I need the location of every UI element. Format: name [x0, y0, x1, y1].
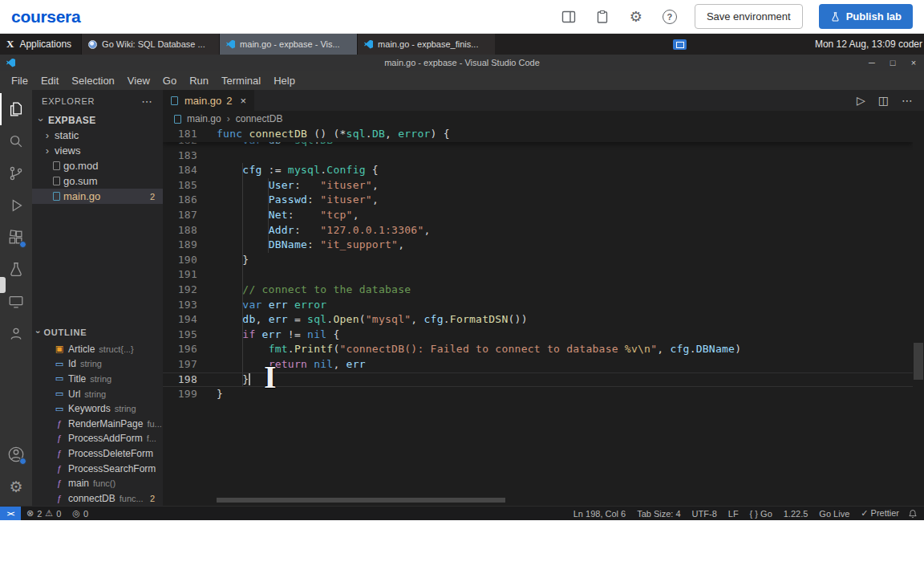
settings-gear-icon[interactable]: ⚙ — [627, 8, 645, 26]
split-editor-icon[interactable]: ◫ — [878, 94, 889, 107]
cursor-position[interactable]: Ln 198, Col 6 — [568, 509, 631, 519]
notifications-bell-icon[interactable] — [905, 509, 924, 519]
code-line-186[interactable]: 186 Passwd: "ituser", — [163, 193, 913, 208]
problems-indicator[interactable]: ⊗ 2 ⚠ 0 — [21, 508, 67, 519]
go-live[interactable]: Go Live — [813, 509, 855, 519]
clipboard-icon[interactable] — [594, 8, 611, 26]
code-line-185[interactable]: 185 User: "ituser", — [163, 178, 913, 193]
breadcrumb[interactable]: main.go › connectDB — [163, 111, 924, 127]
code-line-196[interactable]: 196 fmt.Printf("connectDB(): Failed to c… — [163, 342, 913, 357]
taskbar-tab[interactable]: main.go - expbase - Vis... — [219, 34, 357, 55]
menu-selection[interactable]: Selection — [65, 75, 120, 87]
outline-item-ProcessAddForm[interactable]: ƒProcessAddFormf... — [32, 431, 163, 446]
indentation[interactable]: Tab Size: 4 — [631, 509, 686, 519]
explorer-item-main.go[interactable]: main.go2 — [32, 189, 163, 204]
line-number: 199 — [163, 387, 217, 402]
func-symbol-icon: ƒ — [53, 464, 66, 474]
field-symbol-icon: ▭ — [53, 404, 66, 414]
code-line-189[interactable]: 189 DBName: "it_support", — [163, 238, 913, 253]
code-line-187[interactable]: 187 Net: "tcp", — [163, 208, 913, 223]
menu-go[interactable]: Go — [156, 75, 183, 87]
remote-indicator[interactable]: >< — [0, 507, 21, 520]
help-icon[interactable]: ? — [661, 8, 679, 26]
code-line-195[interactable]: 195 if err != nil { — [163, 328, 913, 343]
code-line-184[interactable]: 184 cfg := mysql.Config { — [163, 163, 913, 178]
explorer-actions-icon[interactable]: ⋯ — [141, 95, 153, 108]
outline-item-Keywords[interactable]: ▭Keywordsstring — [32, 401, 163, 417]
live-share-icon[interactable] — [0, 318, 32, 350]
explorer-item-go.sum[interactable]: go.sum — [32, 173, 163, 189]
code-line-188[interactable]: 188 Addr: "127.0.0.1:3306", — [163, 223, 913, 238]
taskbar-tab[interactable]: main.go - expbase_finis... — [357, 34, 495, 55]
outline-item-Url[interactable]: ▭Urlstring — [32, 386, 163, 401]
explorer-item-static[interactable]: ›static — [32, 128, 163, 143]
code-line-194[interactable]: 194 db, err = sql.Open("mysql", cfg.Form… — [163, 312, 913, 328]
outline-item-Id[interactable]: ▭Idstring — [32, 356, 163, 372]
manage-gear-icon[interactable]: ⚙ — [0, 470, 32, 503]
sticky-code-line-181[interactable]: 181func connectDB () (*sql.DB, error) { — [163, 127, 450, 142]
editor: main.go 2 × ▷ ◫ ⋯ main.go › connectDB — [163, 90, 924, 506]
tree-root-expbase[interactable]: › EXPBASE — [32, 112, 163, 128]
prettier[interactable]: ✓ Prettier — [855, 508, 905, 519]
sticky-line[interactable]: 181func connectDB () (*sql.DB, error) { — [163, 127, 913, 142]
menu-run[interactable]: Run — [183, 75, 215, 87]
taskbar-tab[interactable]: Go Wiki: SQL Database ... — [81, 34, 219, 55]
panel-edge-handle[interactable] — [0, 277, 6, 293]
language-mode[interactable]: { } Go — [744, 509, 778, 519]
tab-main-go[interactable]: main.go 2 × — [163, 90, 254, 111]
explorer-item-go.mod[interactable]: go.mod — [32, 158, 163, 173]
file-icon — [53, 161, 60, 170]
code-line-193[interactable]: 193 var err error — [163, 298, 913, 313]
problems-badge: 2 — [150, 192, 155, 201]
outline-header[interactable]: › OUTLINE — [32, 324, 163, 341]
extensions-icon[interactable] — [0, 222, 32, 254]
menu-terminal[interactable]: Terminal — [215, 75, 267, 87]
outline-item-main[interactable]: ƒmainfunc() — [32, 476, 163, 491]
line-number: 190 — [163, 253, 217, 268]
ports-indicator[interactable]: ◎ 0 — [67, 508, 94, 519]
close-button[interactable]: × — [903, 58, 924, 67]
eol[interactable]: LF — [723, 509, 744, 519]
minimize-button[interactable]: ─ — [861, 58, 882, 67]
applications-icon: X — [6, 38, 14, 51]
outline-item-RenderMainPage[interactable]: ƒRenderMainPagefu... — [32, 416, 163, 431]
more-actions-icon[interactable]: ⋯ — [902, 94, 913, 107]
window-indicator[interactable] — [673, 39, 687, 50]
code-line-183[interactable]: 183 — [163, 149, 913, 164]
source-control-icon[interactable] — [0, 157, 32, 189]
code-line-191[interactable]: 191 — [163, 267, 913, 283]
extensions-badge — [19, 241, 26, 248]
code-line-190[interactable]: 190 } — [163, 253, 913, 268]
line-number: 192 — [163, 283, 217, 298]
account-icon[interactable] — [0, 438, 32, 470]
menu-help[interactable]: Help — [267, 75, 302, 87]
menu-view[interactable]: View — [121, 75, 156, 87]
search-icon[interactable] — [0, 125, 32, 157]
line-number: 193 — [163, 298, 217, 313]
outline-item-ProcessSearchForm[interactable]: ƒProcessSearchForm — [32, 461, 163, 476]
outline-item-connectDB[interactable]: ƒconnectDBfunc...2 — [32, 490, 163, 506]
explorer-icon[interactable] — [0, 93, 32, 125]
publish-lab-button[interactable]: Publish lab — [819, 4, 913, 29]
explorer-item-views[interactable]: ›views — [32, 143, 163, 158]
go-version[interactable]: 1.22.5 — [778, 509, 814, 519]
encoding[interactable]: UTF-8 — [687, 509, 723, 519]
panel-layout-icon[interactable] — [560, 8, 578, 26]
menu-file[interactable]: File — [5, 75, 34, 87]
save-environment-button[interactable]: Save environment — [695, 4, 803, 29]
outline-item-Title[interactable]: ▭Titlestring — [32, 372, 163, 387]
field-symbol-icon: ▭ — [53, 389, 66, 399]
code-line-192[interactable]: 192 // connect to the database — [163, 283, 913, 298]
maximize-button[interactable]: □ — [882, 58, 903, 67]
code-area[interactable]: 181func connectDB () (*sql.DB, error) { … — [163, 127, 924, 506]
outline-item-ProcessDeleteForm[interactable]: ƒProcessDeleteForm — [32, 446, 163, 462]
run-debug-icon[interactable] — [0, 189, 32, 222]
menu-edit[interactable]: Edit — [34, 75, 65, 87]
file-icon — [53, 177, 60, 185]
tab-close-icon[interactable]: × — [240, 95, 246, 107]
run-file-icon[interactable]: ▷ — [857, 94, 865, 107]
applications-menu[interactable]: X Applications — [0, 38, 81, 51]
outline-item-Article[interactable]: ▣Articlestruct{...} — [32, 341, 163, 356]
horizontal-scrollbar[interactable] — [217, 498, 505, 503]
vertical-scrollbar[interactable] — [913, 127, 924, 506]
